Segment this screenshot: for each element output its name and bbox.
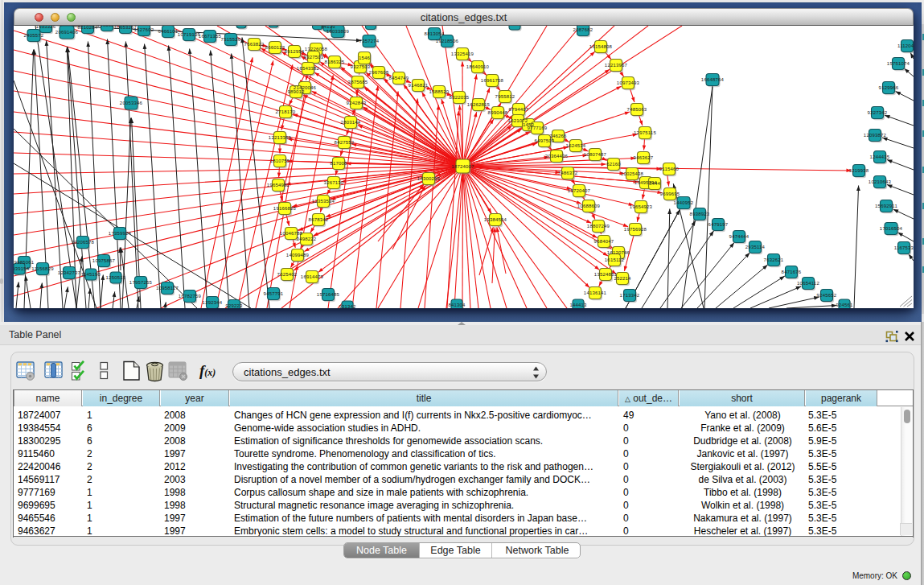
svg-text:931342: 931342 — [339, 304, 356, 308]
svg-text:817006: 817006 — [330, 161, 347, 166]
svg-text:10958117: 10958117 — [156, 286, 179, 290]
svg-text:10807487: 10807487 — [584, 152, 607, 157]
svg-text:20053346: 20053346 — [120, 101, 143, 105]
svg-text:8660123: 8660123 — [265, 45, 285, 50]
svg-text:10654112: 10654112 — [797, 281, 819, 286]
svg-text:1112043: 1112043 — [897, 43, 914, 48]
svg-text:15692911: 15692911 — [875, 204, 897, 208]
svg-text:8210284: 8210284 — [78, 26, 98, 30]
svg-text:12975115: 12975115 — [634, 130, 656, 135]
svg-text:10973493: 10973493 — [617, 80, 640, 85]
svg-text:8990448: 8990448 — [488, 110, 508, 115]
svg-text:8427552: 8427552 — [335, 140, 355, 145]
svg-text:20364436: 20364436 — [545, 154, 569, 159]
svg-text:9115460: 9115460 — [659, 167, 680, 171]
svg-text:841304: 841304 — [362, 26, 380, 27]
svg-text:18300295: 18300295 — [417, 176, 441, 181]
svg-text:16120746: 16120746 — [607, 250, 630, 255]
svg-text:9146821: 9146821 — [409, 83, 429, 88]
svg-text:8678342: 8678342 — [309, 217, 329, 222]
svg-text:1167533: 1167533 — [894, 245, 914, 250]
svg-text:1440952: 1440952 — [674, 200, 694, 205]
svg-text:1615112: 1615112 — [605, 257, 625, 262]
svg-text:18640910: 18640910 — [466, 64, 490, 69]
svg-text:3875685: 3875685 — [348, 80, 368, 84]
svg-text:9245652: 9245652 — [817, 293, 837, 298]
svg-text:17359924: 17359924 — [109, 231, 132, 236]
svg-text:7663822: 7663822 — [244, 42, 265, 47]
svg-text:16154808: 16154808 — [589, 44, 613, 49]
svg-text:2087682: 2087682 — [573, 27, 593, 32]
svg-text:11156829: 11156829 — [31, 266, 54, 271]
svg-text:12213967: 12213967 — [605, 63, 628, 68]
svg-text:16782759: 16782759 — [179, 294, 202, 299]
svg-text:13226058: 13226058 — [305, 47, 328, 51]
svg-text:8471676: 8471676 — [782, 270, 802, 274]
svg-text:10046788: 10046788 — [280, 231, 303, 236]
svg-text:10688609: 10688609 — [577, 204, 601, 208]
svg-text:12342737: 12342737 — [58, 270, 81, 275]
svg-text:12353534: 12353534 — [312, 199, 335, 204]
svg-text:1244415: 1244415 — [870, 154, 890, 159]
svg-text:9463627: 9463627 — [634, 155, 654, 160]
svg-text:16648764: 16648764 — [701, 77, 725, 82]
svg-text:14099489: 14099489 — [286, 253, 310, 257]
svg-text:19384554: 19384554 — [484, 217, 507, 222]
svg-text:9327503: 9327503 — [304, 55, 324, 60]
svg-text:989012: 989012 — [287, 89, 305, 94]
svg-text:1145190: 1145190 — [81, 272, 101, 277]
svg-text:1546: 1546 — [359, 56, 371, 60]
svg-text:19654982: 19654982 — [267, 183, 290, 187]
svg-text:8912954: 8912954 — [285, 49, 305, 54]
svg-text:9457791: 9457791 — [264, 291, 284, 296]
svg-text:1527602: 1527602 — [134, 27, 154, 32]
svg-text:144413: 144413 — [569, 303, 587, 307]
svg-text:62160: 62160 — [606, 162, 621, 167]
svg-text:7486372: 7486372 — [558, 171, 578, 175]
svg-text:16262815: 16262815 — [467, 102, 491, 107]
svg-text:9242843: 9242843 — [347, 101, 367, 105]
svg-text:6479197: 6479197 — [708, 222, 729, 227]
svg-text:841304: 841304 — [448, 303, 466, 307]
svg-text:929223: 929223 — [225, 303, 243, 308]
svg-text:9699695: 9699695 — [660, 192, 680, 196]
svg-text:17016504: 17016504 — [880, 226, 903, 231]
svg-text:7515526: 7515526 — [221, 37, 241, 42]
svg-text:1939154: 1939154 — [14, 266, 30, 271]
svg-text:18807249: 18807249 — [587, 224, 610, 229]
svg-text:9327503: 9327503 — [351, 64, 371, 69]
svg-text:8322035: 8322035 — [450, 95, 470, 100]
svg-text:1693326: 1693326 — [36, 26, 56, 29]
svg-text:10025438: 10025438 — [621, 171, 644, 176]
svg-text:9985061: 9985061 — [14, 260, 35, 265]
svg-text:19654923: 19654923 — [630, 204, 653, 209]
svg-text:9684047: 9684047 — [594, 239, 614, 244]
svg-text:1624534: 1624534 — [566, 143, 586, 148]
svg-text:252214: 252214 — [614, 276, 631, 281]
svg-text:8413044: 8413044 — [505, 26, 525, 27]
svg-text:20691406: 20691406 — [55, 30, 79, 35]
svg-text:1713342: 1713342 — [620, 293, 640, 298]
svg-text:20206578: 20206578 — [72, 240, 95, 245]
svg-text:14136141: 14136141 — [584, 290, 607, 295]
svg-text:3267130: 3267130 — [324, 180, 344, 185]
svg-text:19218506: 19218506 — [436, 39, 459, 43]
svg-text:16543382: 16543382 — [297, 66, 320, 71]
svg-text:9474444: 9474444 — [729, 234, 749, 239]
svg-text:7632621: 7632621 — [764, 257, 784, 262]
svg-text:9227342: 9227342 — [868, 110, 888, 115]
svg-text:17957255: 17957255 — [129, 280, 153, 285]
svg-text:19756928: 19756928 — [624, 227, 647, 232]
svg-text:10210643: 10210643 — [869, 179, 892, 184]
svg-text:2405572: 2405572 — [24, 33, 44, 38]
svg-text:7625402: 7625402 — [277, 272, 298, 277]
svg-text:16671355: 16671355 — [199, 34, 222, 39]
svg-text:10975867: 10975867 — [92, 258, 116, 263]
svg-text:9129966: 9129966 — [879, 85, 899, 90]
svg-text:10719135: 10719135 — [178, 32, 201, 37]
svg-text:7955812: 7955812 — [495, 94, 515, 99]
svg-text:12213369: 12213369 — [269, 135, 292, 140]
svg-text:6466101: 6466101 — [158, 29, 179, 34]
svg-text:8454749: 8454749 — [389, 76, 409, 80]
svg-text:8444: 8444 — [649, 181, 661, 186]
